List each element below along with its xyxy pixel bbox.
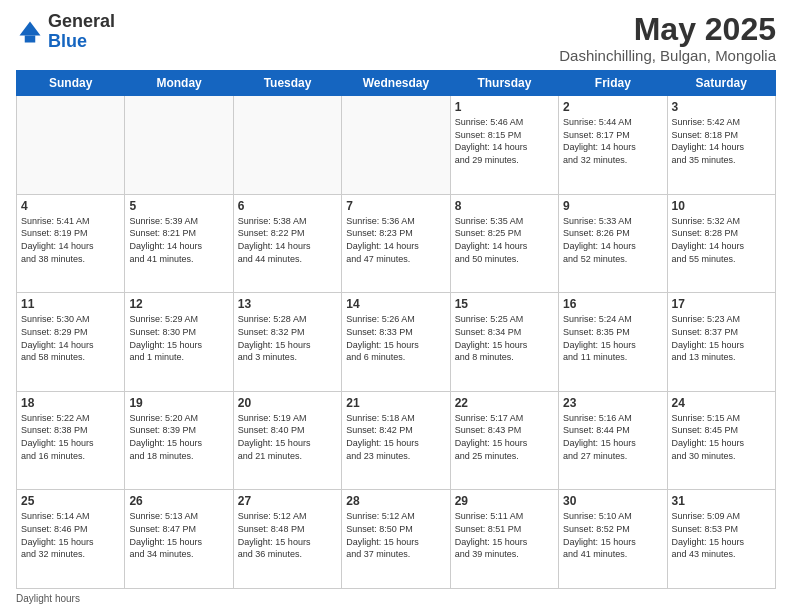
- day-number: 27: [238, 494, 337, 508]
- day-number: 29: [455, 494, 554, 508]
- day-number: 16: [563, 297, 662, 311]
- table-row: 19Sunrise: 5:20 AM Sunset: 8:39 PM Dayli…: [125, 391, 233, 490]
- day-number: 2: [563, 100, 662, 114]
- table-row: 20Sunrise: 5:19 AM Sunset: 8:40 PM Dayli…: [233, 391, 341, 490]
- day-number: 13: [238, 297, 337, 311]
- col-sunday: Sunday: [17, 71, 125, 96]
- day-info: Sunrise: 5:35 AM Sunset: 8:25 PM Dayligh…: [455, 215, 554, 265]
- day-number: 3: [672, 100, 771, 114]
- day-info: Sunrise: 5:36 AM Sunset: 8:23 PM Dayligh…: [346, 215, 445, 265]
- table-row: 5Sunrise: 5:39 AM Sunset: 8:21 PM Daylig…: [125, 194, 233, 293]
- col-thursday: Thursday: [450, 71, 558, 96]
- col-monday: Monday: [125, 71, 233, 96]
- table-row: 6Sunrise: 5:38 AM Sunset: 8:22 PM Daylig…: [233, 194, 341, 293]
- day-number: 30: [563, 494, 662, 508]
- day-number: 8: [455, 199, 554, 213]
- table-row: 31Sunrise: 5:09 AM Sunset: 8:53 PM Dayli…: [667, 490, 775, 589]
- table-row: [125, 96, 233, 195]
- day-info: Sunrise: 5:39 AM Sunset: 8:21 PM Dayligh…: [129, 215, 228, 265]
- day-number: 28: [346, 494, 445, 508]
- day-number: 14: [346, 297, 445, 311]
- day-number: 11: [21, 297, 120, 311]
- col-tuesday: Tuesday: [233, 71, 341, 96]
- day-info: Sunrise: 5:26 AM Sunset: 8:33 PM Dayligh…: [346, 313, 445, 363]
- day-info: Sunrise: 5:42 AM Sunset: 8:18 PM Dayligh…: [672, 116, 771, 166]
- day-number: 23: [563, 396, 662, 410]
- day-info: Sunrise: 5:28 AM Sunset: 8:32 PM Dayligh…: [238, 313, 337, 363]
- day-number: 22: [455, 396, 554, 410]
- table-row: 15Sunrise: 5:25 AM Sunset: 8:34 PM Dayli…: [450, 293, 558, 392]
- day-info: Sunrise: 5:20 AM Sunset: 8:39 PM Dayligh…: [129, 412, 228, 462]
- day-number: 12: [129, 297, 228, 311]
- table-row: 17Sunrise: 5:23 AM Sunset: 8:37 PM Dayli…: [667, 293, 775, 392]
- day-info: Sunrise: 5:12 AM Sunset: 8:48 PM Dayligh…: [238, 510, 337, 560]
- month-year-title: May 2025: [559, 12, 776, 47]
- table-row: 28Sunrise: 5:12 AM Sunset: 8:50 PM Dayli…: [342, 490, 450, 589]
- calendar-week-row: 18Sunrise: 5:22 AM Sunset: 8:38 PM Dayli…: [17, 391, 776, 490]
- table-row: [233, 96, 341, 195]
- day-info: Sunrise: 5:29 AM Sunset: 8:30 PM Dayligh…: [129, 313, 228, 363]
- day-info: Sunrise: 5:19 AM Sunset: 8:40 PM Dayligh…: [238, 412, 337, 462]
- daylight-hours-label: Daylight hours: [16, 593, 80, 604]
- day-number: 20: [238, 396, 337, 410]
- table-row: 30Sunrise: 5:10 AM Sunset: 8:52 PM Dayli…: [559, 490, 667, 589]
- table-row: 26Sunrise: 5:13 AM Sunset: 8:47 PM Dayli…: [125, 490, 233, 589]
- day-info: Sunrise: 5:32 AM Sunset: 8:28 PM Dayligh…: [672, 215, 771, 265]
- table-row: 7Sunrise: 5:36 AM Sunset: 8:23 PM Daylig…: [342, 194, 450, 293]
- day-info: Sunrise: 5:33 AM Sunset: 8:26 PM Dayligh…: [563, 215, 662, 265]
- header: General Blue May 2025 Dashinchilling, Bu…: [16, 12, 776, 64]
- table-row: 4Sunrise: 5:41 AM Sunset: 8:19 PM Daylig…: [17, 194, 125, 293]
- day-info: Sunrise: 5:15 AM Sunset: 8:45 PM Dayligh…: [672, 412, 771, 462]
- day-info: Sunrise: 5:24 AM Sunset: 8:35 PM Dayligh…: [563, 313, 662, 363]
- day-number: 19: [129, 396, 228, 410]
- table-row: 23Sunrise: 5:16 AM Sunset: 8:44 PM Dayli…: [559, 391, 667, 490]
- day-info: Sunrise: 5:10 AM Sunset: 8:52 PM Dayligh…: [563, 510, 662, 560]
- day-number: 26: [129, 494, 228, 508]
- calendar-week-row: 1Sunrise: 5:46 AM Sunset: 8:15 PM Daylig…: [17, 96, 776, 195]
- day-number: 25: [21, 494, 120, 508]
- day-info: Sunrise: 5:18 AM Sunset: 8:42 PM Dayligh…: [346, 412, 445, 462]
- table-row: 13Sunrise: 5:28 AM Sunset: 8:32 PM Dayli…: [233, 293, 341, 392]
- day-number: 24: [672, 396, 771, 410]
- day-info: Sunrise: 5:46 AM Sunset: 8:15 PM Dayligh…: [455, 116, 554, 166]
- table-row: 14Sunrise: 5:26 AM Sunset: 8:33 PM Dayli…: [342, 293, 450, 392]
- day-number: 1: [455, 100, 554, 114]
- col-friday: Friday: [559, 71, 667, 96]
- table-row: 29Sunrise: 5:11 AM Sunset: 8:51 PM Dayli…: [450, 490, 558, 589]
- day-info: Sunrise: 5:13 AM Sunset: 8:47 PM Dayligh…: [129, 510, 228, 560]
- table-row: 12Sunrise: 5:29 AM Sunset: 8:30 PM Dayli…: [125, 293, 233, 392]
- logo-general: General: [48, 11, 115, 31]
- day-info: Sunrise: 5:25 AM Sunset: 8:34 PM Dayligh…: [455, 313, 554, 363]
- svg-rect-1: [25, 35, 36, 42]
- day-number: 31: [672, 494, 771, 508]
- table-row: 1Sunrise: 5:46 AM Sunset: 8:15 PM Daylig…: [450, 96, 558, 195]
- day-number: 7: [346, 199, 445, 213]
- table-row: 8Sunrise: 5:35 AM Sunset: 8:25 PM Daylig…: [450, 194, 558, 293]
- title-block: May 2025 Dashinchilling, Bulgan, Mongoli…: [559, 12, 776, 64]
- day-info: Sunrise: 5:09 AM Sunset: 8:53 PM Dayligh…: [672, 510, 771, 560]
- calendar-week-row: 25Sunrise: 5:14 AM Sunset: 8:46 PM Dayli…: [17, 490, 776, 589]
- table-row: [342, 96, 450, 195]
- table-row: 27Sunrise: 5:12 AM Sunset: 8:48 PM Dayli…: [233, 490, 341, 589]
- location-subtitle: Dashinchilling, Bulgan, Mongolia: [559, 47, 776, 64]
- col-wednesday: Wednesday: [342, 71, 450, 96]
- day-number: 4: [21, 199, 120, 213]
- calendar-table: Sunday Monday Tuesday Wednesday Thursday…: [16, 70, 776, 589]
- table-row: 9Sunrise: 5:33 AM Sunset: 8:26 PM Daylig…: [559, 194, 667, 293]
- day-number: 6: [238, 199, 337, 213]
- table-row: 25Sunrise: 5:14 AM Sunset: 8:46 PM Dayli…: [17, 490, 125, 589]
- table-row: 24Sunrise: 5:15 AM Sunset: 8:45 PM Dayli…: [667, 391, 775, 490]
- table-row: 10Sunrise: 5:32 AM Sunset: 8:28 PM Dayli…: [667, 194, 775, 293]
- day-number: 10: [672, 199, 771, 213]
- calendar-week-row: 11Sunrise: 5:30 AM Sunset: 8:29 PM Dayli…: [17, 293, 776, 392]
- day-info: Sunrise: 5:12 AM Sunset: 8:50 PM Dayligh…: [346, 510, 445, 560]
- day-number: 9: [563, 199, 662, 213]
- table-row: 2Sunrise: 5:44 AM Sunset: 8:17 PM Daylig…: [559, 96, 667, 195]
- table-row: [17, 96, 125, 195]
- calendar-week-row: 4Sunrise: 5:41 AM Sunset: 8:19 PM Daylig…: [17, 194, 776, 293]
- day-info: Sunrise: 5:41 AM Sunset: 8:19 PM Dayligh…: [21, 215, 120, 265]
- table-row: 11Sunrise: 5:30 AM Sunset: 8:29 PM Dayli…: [17, 293, 125, 392]
- table-row: 3Sunrise: 5:42 AM Sunset: 8:18 PM Daylig…: [667, 96, 775, 195]
- day-info: Sunrise: 5:11 AM Sunset: 8:51 PM Dayligh…: [455, 510, 554, 560]
- day-info: Sunrise: 5:38 AM Sunset: 8:22 PM Dayligh…: [238, 215, 337, 265]
